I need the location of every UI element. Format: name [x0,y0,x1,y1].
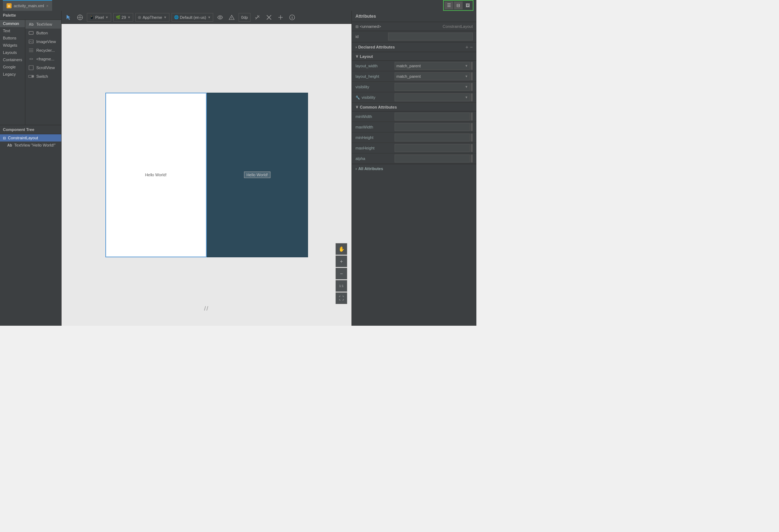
palette-cat-layouts[interactable]: Layouts [0,49,25,56]
remove-attribute-button[interactable]: − [470,44,473,50]
svg-line-16 [255,17,256,18]
theme-chevron: ▼ [164,16,167,19]
list-view-button[interactable]: ☰ [445,1,453,9]
palette-cat-widgets[interactable]: Widgets [0,42,25,49]
api-chevron: ▼ [127,16,131,19]
maxheight-input[interactable] [395,144,470,152]
api-label: 29 [122,15,126,20]
fragment-icon: <> [28,56,34,62]
ratio-button[interactable]: 1:1 [336,280,347,292]
magic-wand-button[interactable] [253,13,262,22]
wrench-visibility-handle [471,93,473,101]
wrench-visibility-chevron: ▼ [465,96,468,99]
eye-button[interactable] [215,13,225,22]
component-info-row: ⊟ <unnamed> ConstraintLayout [352,22,476,31]
palette-item-button[interactable]: Button [25,29,61,37]
attr-alpha-row: alpha [352,153,476,164]
palette-item-fragment[interactable]: <> <fragme... [25,55,61,63]
palette-cat-containers[interactable]: Containers [0,56,25,63]
select-mode-button[interactable] [64,13,73,22]
svg-line-15 [258,17,260,17]
svg-point-12 [232,18,232,19]
tab-close-button[interactable]: × [46,4,49,8]
tree-item-constraintlayout-label: ConstraintLayout [8,136,38,140]
minheight-label: minHeight [355,135,392,140]
split-view-button[interactable]: ⊟ [454,1,463,9]
declared-chevron-icon: › [355,45,357,49]
add-attribute-button[interactable]: + [466,44,468,50]
alpha-value [395,155,473,162]
attr-minwidth-row: minWidth [352,111,476,122]
minheight-input[interactable] [395,134,470,142]
alpha-input[interactable] [395,155,470,162]
maxwidth-input[interactable] [395,123,470,131]
panning-button[interactable] [75,13,85,22]
palette-item-fragment-label: <fragme... [36,57,54,61]
layout-width-dropdown[interactable]: match_parent ▼ [395,62,470,70]
visibility-value: ▼ [395,83,473,91]
attributes-panel: Attributes ⊟ <unnamed> ConstraintLayout … [351,11,476,326]
minwidth-label: minWidth [355,114,392,119]
palette-item-switch[interactable]: Switch [25,72,61,81]
visibility-handle [471,83,473,91]
blueprint-view: Hello World! [105,93,207,257]
switch-icon [28,73,34,79]
layout-height-handle [471,72,473,80]
palette-cat-text[interactable]: Text [0,27,25,34]
minheight-value [395,134,473,142]
svg-point-10 [219,16,221,18]
warning-button[interactable] [227,13,236,22]
declared-section-title: › Declared Attributes [355,45,395,49]
tree-item-constraintlayout[interactable]: ⊟ ConstraintLayout [0,134,61,142]
locale-label: Default (en-us) [180,15,206,20]
id-input[interactable] [388,33,473,41]
id-label: id [355,34,384,39]
maxheight-handle [471,144,473,152]
margin-toggle-button[interactable] [276,13,285,22]
theme-selector[interactable]: ◎ AppTheme ▼ [135,13,169,22]
margin-selector[interactable]: 0dp [239,13,250,22]
palette-item-scrollview[interactable]: ScrollView [25,63,61,72]
hand-tool-button[interactable]: ✋ [336,243,347,255]
palette-cat-legacy[interactable]: Legacy [0,71,25,78]
palette-cat-common[interactable]: Common [0,20,25,27]
palette-item-switch-label: Switch [36,74,48,79]
zoom-in-button[interactable]: + [336,256,347,267]
zoom-out-button[interactable]: − [336,268,347,279]
imageview-icon [28,39,34,45]
visibility-dropdown[interactable]: ▼ [395,83,470,91]
info-button[interactable] [287,13,297,22]
palette-cat-buttons[interactable]: Buttons [0,34,25,42]
palette-item-textview[interactable]: Ab TextView [25,20,61,29]
alpha-label: alpha [355,156,392,161]
palette-header: Palette [0,11,61,20]
minheight-handle [471,134,473,142]
api-selector[interactable]: 🌿 29 ▼ [113,13,133,22]
palette-item-recyclerview[interactable]: Recycler... [25,46,61,55]
all-attributes-row[interactable]: › All Attributes [352,164,476,173]
palette-cat-google[interactable]: Google [0,63,25,71]
palette-item-imageview[interactable]: ImageView [25,37,61,46]
attr-layout-width-row: layout_width match_parent ▼ [352,61,476,71]
common-attributes-section-header: ∨ Common Attributes [352,103,476,111]
maxheight-label: maxHeight [355,146,392,150]
attr-wrench-visibility-row: 🔧 visibility ▼ [352,92,476,103]
common-chevron-icon: ∨ [355,105,358,109]
device-selector[interactable]: 📱 Pixel ▼ [87,13,111,22]
palette-items: Ab TextView Button ImageView [25,20,61,125]
design-view-button[interactable]: 🖼 [463,1,472,9]
minwidth-input[interactable] [395,113,470,121]
tab-bar: ▤ activity_main.xml × ☰ ⊟ 🖼 [0,0,476,11]
tree-item-textview[interactable]: Ab TextView "Hello World!" [0,142,61,149]
fit-screen-button[interactable]: ⛶ [336,292,347,304]
layout-height-dropdown[interactable]: match_parent ▼ [395,72,470,80]
scroll-indicator: // [204,305,209,312]
clear-constraints-button[interactable] [264,13,274,22]
layout-height-value-label: match_parent [396,74,421,79]
hello-world-dark: Hello World! [244,172,271,178]
palette-item-button-label: Button [36,31,48,35]
locale-selector[interactable]: 🌐 Default (en-us) ▼ [172,13,214,22]
wrench-visibility-dropdown[interactable]: ▼ [395,93,470,101]
design-toolbar: 📱 Pixel ▼ 🌿 29 ▼ ◎ AppTheme ▼ 🌐 Default … [62,11,351,24]
file-tab[interactable]: ▤ activity_main.xml × [3,0,52,11]
